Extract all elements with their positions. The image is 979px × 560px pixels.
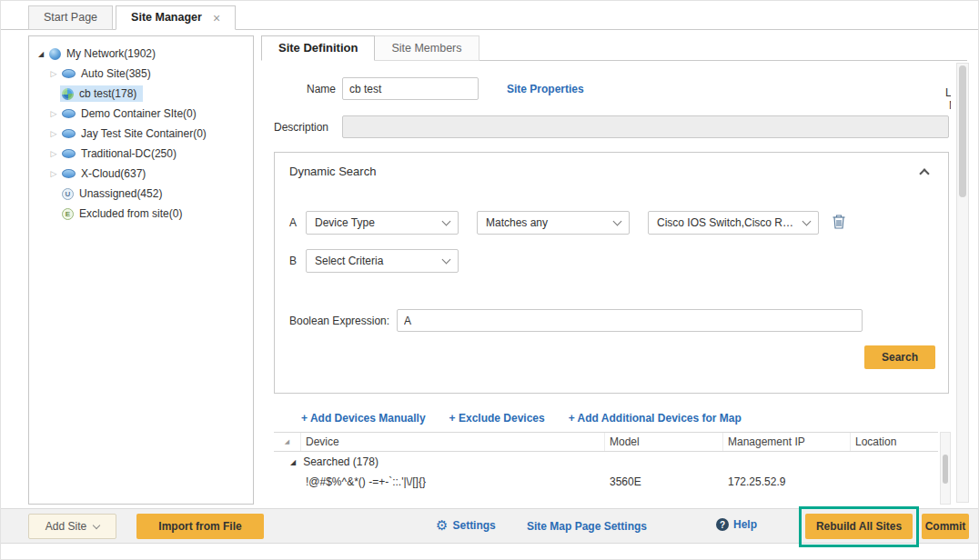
search-button[interactable]: Search [864,345,935,369]
tree-item-content: cb test(178) [60,85,143,102]
tree-item-content: Traditional-DC(250) [60,145,183,162]
add-site-button[interactable]: Add Site [28,514,116,539]
chevron-down-icon [802,217,812,226]
site-definition-panel: Name Site Properties Lockdown Members De… [261,61,951,505]
tree-item-cb-test[interactable]: cb test(178) [29,84,253,104]
add-devices-manually-link[interactable]: + Add Devices Manually [301,412,426,425]
tree-item-traditional-dc[interactable]: ▷ Traditional-DC(250) [29,144,253,164]
column-header-location[interactable]: Location [851,433,938,451]
criteria-row-b: B Select Criteria [289,249,477,273]
expander-collapsed-icon[interactable]: ▷ [47,169,60,178]
criteria-field-select[interactable]: Select Criteria [306,249,459,273]
cell-management-ip: 172.25.52.9 [723,475,851,488]
tree-item-content: Demo Container SIte(0) [60,105,203,122]
panel-scrollbar[interactable] [956,63,969,503]
site-icon [62,169,76,178]
help-link[interactable]: ? Help [716,518,757,531]
tree-item-label: Auto Site(385) [81,67,151,80]
criteria-operator-select[interactable]: Matches any [477,211,630,235]
tree-item-content: U Unassigned(452) [60,185,168,202]
rebuild-all-sites-button[interactable]: Rebuild All Sites [805,514,913,539]
tree-item-content: Jay Test Site Container(0) [60,125,213,142]
criteria-value-select[interactable]: Cisco IOS Switch,Cisco Ro... [648,211,819,235]
tree-item-label: cb test(178) [79,87,136,100]
boolean-expression-label: Boolean Expression: [289,315,391,327]
trash-icon [832,214,846,229]
tab-site-manager[interactable]: Site Manager × [116,5,236,30]
table-row[interactable]: !@#$%^&*() -=+-`::.'|\/[]{} 3560E 172.25… [274,472,938,492]
criteria-field-select[interactable]: Device Type [306,211,459,235]
dynamic-search-section: Dynamic Search A Device Type Matches any… [274,152,949,394]
criteria-row-a: A Device Type Matches any Cisco IOS Swit… [289,211,848,235]
name-input[interactable] [342,77,479,100]
site-properties-link[interactable]: Site Properties [507,83,584,95]
tab-site-manager-label: Site Manager [131,6,202,29]
tree-item-my-network[interactable]: ◢ My Network(1902) [29,44,253,64]
group-label: Searched (178) [303,455,378,468]
table-scrollbar-thumb[interactable] [943,455,948,484]
tree-item-content: My Network(1902) [47,45,162,62]
expand-all-icon[interactable]: ◢ [274,433,301,451]
name-row: Name Site Properties Lockdown Members [261,77,951,101]
settings-label: Settings [452,519,495,532]
tree-item-excluded[interactable]: E Excluded from site(0) [29,204,253,224]
tree-item-label: Unassigned(452) [79,187,162,200]
commit-button[interactable]: Commit [922,514,969,539]
tree-item-label: Excluded from site(0) [79,207,182,220]
delete-criteria-button[interactable] [830,212,848,234]
dynamic-search-title: Dynamic Search [289,165,376,178]
table-scrollbar[interactable] [940,432,951,505]
tree-item-content: E Excluded from site(0) [60,205,188,222]
exclude-devices-link[interactable]: + Exclude Devices [449,412,545,425]
expander-collapsed-icon[interactable]: ▷ [47,149,60,158]
table-group-row-searched[interactable]: ◢ Searched (178) [274,452,938,472]
tab-start-page[interactable]: Start Page [28,5,113,30]
collapse-chevron-icon[interactable] [919,168,929,178]
select-value: Cisco IOS Switch,Cisco Ro... [657,216,796,229]
chevron-down-icon [442,217,451,226]
tab-site-members[interactable]: Site Members [375,35,479,61]
site-map-page-settings-link[interactable]: Site Map Page Settings [527,520,647,533]
import-from-file-button[interactable]: Import from File [136,514,264,539]
tree-item-content: X-Cloud(637) [60,165,152,182]
column-header-device[interactable]: Device [301,433,605,451]
cell-device: !@#$%^&*() -=+-`::.'|\/[]{} [301,475,605,488]
footer-toolbar: Add Site Import from File ⚙ Settings Sit… [1,508,979,544]
criteria-key-label: B [289,255,306,267]
panel-tabbar: Site Definition Site Members [261,35,479,61]
lockdown-members-label: Lockdown Members [938,86,951,112]
tree-item-label: Jay Test Site Container(0) [81,127,207,140]
add-additional-devices-for-map-link[interactable]: + Add Additional Devices for Map [569,412,742,425]
tree-item-demo-container[interactable]: ▷ Demo Container SIte(0) [29,104,253,124]
site-definition-icon [62,88,74,100]
tree-item-unassigned[interactable]: U Unassigned(452) [29,184,253,204]
settings-link[interactable]: ⚙ Settings [436,518,496,532]
expander-collapsed-icon[interactable]: ▷ [47,109,60,118]
expander-collapsed-icon[interactable]: ▷ [47,69,60,78]
expander-collapsed-icon[interactable]: ▷ [47,129,60,138]
column-header-model[interactable]: Model [605,433,723,451]
site-icon [62,109,76,118]
tree-item-label: X-Cloud(637) [81,167,146,180]
tree-item-x-cloud[interactable]: ▷ X-Cloud(637) [29,164,253,184]
close-icon[interactable]: × [213,12,220,25]
tree-item-label: My Network(1902) [66,47,156,60]
excluded-icon: E [62,208,74,220]
criteria-key-label: A [289,216,306,229]
tab-site-definition[interactable]: Site Definition [261,35,375,61]
site-icon [62,149,76,158]
table-header: ◢ Device Model Management IP Location [274,432,938,452]
boolean-expression-row: Boolean Expression: [289,309,863,332]
boolean-expression-input[interactable] [397,309,863,332]
description-input[interactable] [342,115,949,138]
column-header-management-ip[interactable]: Management IP [723,433,851,451]
help-label: Help [733,518,757,531]
tree-item-jay-test-container[interactable]: ▷ Jay Test Site Container(0) [29,124,253,144]
help-icon: ? [716,518,729,531]
device-actions-row: + Add Devices Manually + Exclude Devices… [301,412,742,425]
name-label: Name [279,83,336,95]
expander-expanded-icon[interactable]: ◢ [35,50,47,58]
tree-item-auto-site[interactable]: ▷ Auto Site(385) [29,64,253,84]
group-expanded-icon[interactable]: ◢ [290,458,296,466]
panel-scrollbar-thumb[interactable] [959,65,966,197]
